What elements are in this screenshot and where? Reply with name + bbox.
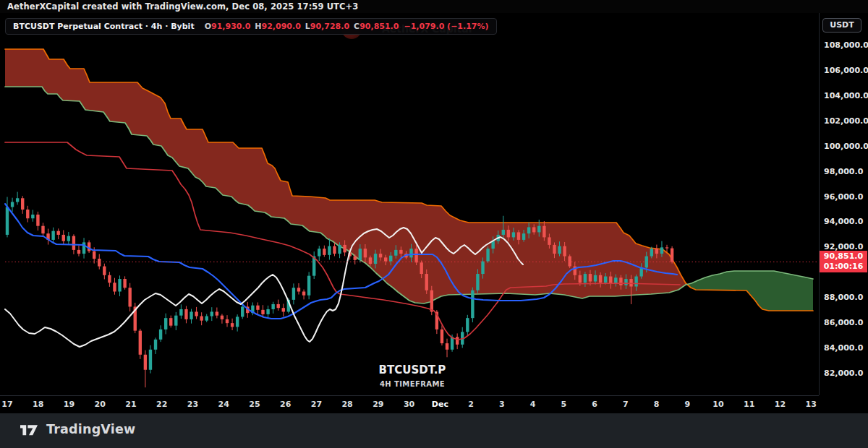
candle-body (266, 309, 269, 314)
candle-body (542, 226, 545, 238)
time-tick: 10 (712, 400, 723, 409)
candle-body (476, 274, 479, 290)
time-tick: 24 (218, 400, 229, 409)
candle-body (359, 249, 362, 260)
candle-body (26, 210, 29, 218)
candle-body (563, 246, 566, 257)
high-label: H (255, 22, 261, 31)
time-tick: 25 (249, 400, 260, 409)
candle-body (502, 230, 505, 235)
candle-body (425, 274, 428, 290)
time-tick: 3 (499, 400, 505, 409)
candle-body (522, 233, 525, 240)
time-tick: 22 (156, 400, 167, 409)
candle-body (51, 231, 54, 240)
time-tick: 11 (744, 400, 754, 409)
time-tick: 6 (592, 400, 597, 409)
time-tick: 21 (125, 400, 136, 409)
time-tick: 19 (64, 400, 75, 409)
price-tick: 102,000.0 (824, 116, 868, 126)
open-value: 91,930.0 (211, 22, 250, 31)
tradingview-chart-screenshot: AetherXCapital created with TradingView.… (0, 0, 868, 448)
candle-body (399, 250, 402, 254)
candle-body (271, 304, 274, 309)
time-axis[interactable]: 1718192021222324252627282930Dec234567891… (0, 395, 819, 414)
candle-body (93, 251, 95, 259)
footer-bar: TradingView (0, 413, 868, 448)
candle-body (16, 198, 19, 202)
candle-body (164, 318, 167, 329)
candle-body (323, 249, 326, 255)
candle-body (159, 329, 162, 340)
candle-body (184, 309, 187, 319)
candle-body (338, 245, 341, 254)
candle-body (619, 277, 622, 285)
currency-toggle-button[interactable]: USDT (822, 18, 861, 33)
candle-body (384, 257, 387, 261)
candle-body (456, 337, 459, 344)
price-tick: 100,000.0 (824, 142, 868, 151)
time-tick: 8 (654, 400, 660, 409)
candle-body (307, 276, 310, 296)
candle-body (389, 256, 392, 262)
candle-body (72, 236, 75, 250)
candle-body (128, 288, 131, 306)
price-axis[interactable]: USDT 108,000.0106,000.0104,000.0102,000.… (819, 13, 868, 395)
candle-body (364, 249, 367, 257)
candle-body (655, 249, 658, 254)
candle-body (569, 257, 571, 267)
last-price-value: 90,851.0 (820, 251, 867, 262)
candle-body (169, 318, 172, 325)
candle-body (200, 316, 203, 321)
chart-legend[interactable]: BTCUSDT Perpetual Contract · 4h · Bybit … (5, 18, 497, 35)
candle-body (113, 283, 116, 291)
price-tick: 96,000.0 (824, 192, 863, 202)
candle-body (256, 306, 259, 310)
candle-body (82, 242, 85, 254)
candle-body (369, 257, 372, 264)
candle-body (67, 236, 70, 241)
candle-body (98, 259, 101, 266)
candle-body (558, 246, 561, 254)
candle-body (221, 316, 224, 319)
time-tick: 9 (684, 400, 690, 409)
candle-body (671, 249, 673, 262)
symbol-watermark-ticker: BTCUSDT.P (340, 363, 485, 376)
candle-body (216, 311, 218, 315)
candle-body (179, 309, 182, 316)
candle-body (441, 329, 443, 343)
candle-body (409, 249, 412, 257)
candle-body (103, 267, 106, 275)
price-tick: 104,000.0 (824, 91, 868, 100)
candle-body (144, 355, 147, 370)
candle-body (226, 319, 229, 323)
tradingview-logo[interactable]: TradingView (20, 422, 135, 436)
candle-body (579, 275, 582, 283)
price-chart-canvas[interactable] (0, 13, 819, 395)
candle-body (123, 279, 126, 288)
candle-body (374, 254, 377, 264)
candle-body (205, 316, 208, 321)
price-tick: 84,000.0 (824, 343, 863, 353)
tradingview-brand-text: TradingView (46, 422, 135, 436)
time-tick: 12 (775, 400, 786, 409)
symbol-title[interactable]: BTCUSDT Perpetual Contract · 4h · Bybit (13, 22, 195, 31)
time-tick: 29 (373, 400, 383, 409)
time-tick: 17 (1, 400, 12, 409)
time-tick: 2 (468, 400, 474, 409)
candle-body (57, 231, 60, 235)
price-tick: 106,000.0 (824, 66, 868, 75)
price-tick: 86,000.0 (824, 318, 863, 327)
candle-body (660, 247, 663, 254)
tradingview-logo-icon (20, 423, 40, 436)
candle-body (537, 226, 540, 233)
time-tick: 20 (95, 400, 106, 409)
candle-body (629, 279, 632, 286)
candle-body (430, 290, 433, 312)
candle-body (282, 308, 285, 311)
candle-body (292, 288, 295, 300)
candle-body (584, 274, 587, 283)
price-tick: 94,000.0 (824, 217, 863, 226)
candle-body (665, 247, 668, 248)
candle-body (527, 227, 530, 233)
